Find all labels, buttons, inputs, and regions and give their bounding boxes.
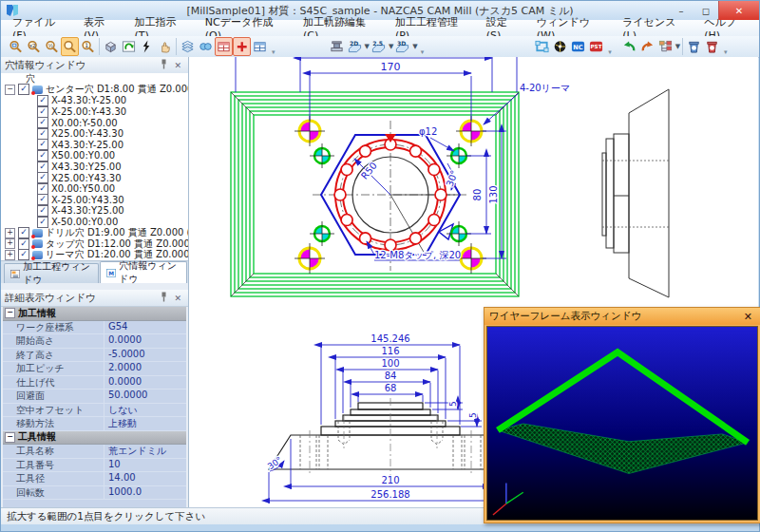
hole-table-button[interactable] [215,37,233,56]
toolbar-overflow-grip[interactable]: ▾ [608,48,612,57]
property-row[interactable]: 空中オフセットしない [3,404,186,418]
tree-row[interactable]: ✓X-43.30:Y25.00 [1,205,188,217]
machine-vice-button[interactable] [328,37,346,56]
tree-checkbox[interactable]: ✓ [37,150,48,162]
minimize-button[interactable]: – [669,1,694,20]
pin-icon[interactable] [157,59,171,71]
dropdown-arrow-icon[interactable]: ▼ [412,43,417,50]
view-3d-button[interactable]: 3D [393,37,411,56]
tree-row[interactable]: ✓X50.00:Y0.00 [1,150,188,162]
property-section-header[interactable]: −加工情報 [3,307,186,321]
tree-expander-icon[interactable]: + [5,238,15,249]
dropdown-arrow-icon[interactable]: ▼ [675,43,680,50]
wireframe-close-icon[interactable]: ✕ [741,311,755,323]
tree-checkbox[interactable]: ✓ [37,205,48,217]
hole-table-blue-button[interactable] [251,37,269,56]
section-collapse-icon[interactable]: − [5,308,15,318]
fit-flash-button[interactable] [138,37,156,56]
tree-checkbox[interactable]: ✓ [18,238,29,250]
tree-checkbox[interactable]: ✓ [18,249,29,260]
tree-checkbox[interactable]: ✓ [37,172,48,183]
rotate-view-button[interactable] [102,37,120,56]
tree-expander-icon[interactable]: − [5,85,15,95]
tree-row[interactable]: ✓X-25.00:Y43.30 [1,195,188,206]
pan-hand-button[interactable] [156,37,174,56]
tree-checkbox[interactable]: ✓ [18,227,29,238]
close-button[interactable]: ✕ [718,1,759,20]
property-section-header[interactable]: −工具情報 [3,431,186,446]
property-row[interactable]: 開始高さ0.0000 [3,334,186,349]
svg-text:1: 1 [85,42,88,48]
tool-wheel-button[interactable] [551,37,569,56]
tree-checkbox[interactable]: ✓ [37,117,48,128]
stock-frame-button[interactable] [533,37,551,56]
delete-all-button[interactable] [703,37,721,56]
zoom-window-button[interactable] [7,37,25,56]
zoom-1-button[interactable]: 1 [79,37,97,56]
property-row[interactable]: 加工ピッチ2.0000 [3,362,186,376]
tree-expander-icon[interactable]: + [5,250,15,260]
tree-row[interactable]: ✓X0.00:Y-50.00 [1,117,188,128]
hole-table-blue-icon [253,39,267,54]
tree-row[interactable]: ✓X-43.30:Y-25.00 [1,95,188,106]
property-row[interactable]: ワーク座標系G54 [3,321,186,335]
tree-checkbox[interactable]: ✓ [37,128,48,140]
tree-row[interactable]: ✓X43.30:Y25.00 [1,162,188,173]
tree-row[interactable]: ✓X-25.00:Y-43.30 [1,106,188,118]
dock-tab-1[interactable]: M穴情報ウィンドウ [100,261,187,283]
redo-button[interactable] [638,37,656,56]
side-view [602,89,669,297]
panel-close-icon[interactable]: ✕ [171,294,184,303]
tree-row[interactable]: ✓X25.00:Y43.30 [1,172,188,183]
section-collapse-icon[interactable]: − [5,432,15,443]
process-tab-icon [10,268,20,280]
process-tree-button[interactable] [656,37,674,56]
property-row[interactable]: 工具径14.00 [3,472,186,486]
dimension-label: 170 [381,61,401,73]
undo-button[interactable] [620,37,638,56]
zoom-in-button[interactable] [61,37,79,56]
wireframe-window[interactable]: ワイヤーフレーム表示ウィンドウ ✕ [484,307,760,523]
property-row[interactable]: 回転数1000.0 [3,486,186,501]
tree-checkbox[interactable]: ✓ [37,194,48,205]
delete-path-button[interactable] [685,37,703,56]
tree-checkbox[interactable]: ✓ [37,183,48,195]
tree-checkbox[interactable]: ✓ [37,162,48,173]
tree-row[interactable]: ✓X43.30:Y-25.00 [1,140,188,151]
toolbar-overflow-grip[interactable]: ▾ [272,48,276,57]
tree-expander-icon[interactable]: + [5,228,15,238]
nc-badge-button[interactable]: NC [569,37,587,56]
tree-checkbox[interactable]: ✓ [37,139,48,150]
maximize-button[interactable]: ◻ [694,1,718,20]
pin-icon[interactable] [157,292,171,304]
svg-text:NC: NC [574,44,583,51]
dock-tab-0[interactable]: 加工工程ウィンドウ [4,263,99,283]
shade-view-button[interactable] [197,37,215,56]
tree-checkbox[interactable]: ✓ [37,95,48,106]
toolbar-overflow-grip[interactable]: ▾ [724,48,728,57]
tree-checkbox[interactable]: ✓ [18,84,29,95]
tree-row[interactable]: −✓センター穴 D1:8.00 貫通 Z0.000 (x12) [1,85,188,96]
tree-row[interactable]: ✓X25.00:Y-43.30 [1,128,188,140]
property-row[interactable]: 工具名称荒エンドミル [3,445,186,459]
layers-button[interactable] [179,37,197,56]
hole-position-label: X-25.00:Y43.30 [51,195,124,205]
property-row[interactable]: 仕上げ代0.0000 [3,376,186,390]
view-2d-button[interactable]: 2D [346,37,364,56]
zoom-x2-button[interactable]: x2 [25,37,43,56]
tree-checkbox[interactable]: ✓ [37,106,48,118]
toolbar-overflow-grip[interactable]: ▾ [421,48,425,57]
panel-close-icon[interactable]: ✕ [171,61,184,70]
tree-row[interactable]: ✓X0.00:Y50.00 [1,183,188,195]
zoom-half-button[interactable]: ½ [43,37,61,56]
wireframe-viewport[interactable] [486,326,758,521]
property-row[interactable]: 移動方法上移動 [3,417,186,431]
add-hole-button[interactable] [233,37,251,56]
regen-view-button[interactable] [120,37,138,56]
view-2d-icon: 2D [348,39,362,54]
property-row[interactable]: 回避面50.0000 [3,390,186,404]
pst-badge-button[interactable]: PST [587,37,605,56]
view-25d-button[interactable]: 2.5 [370,37,388,56]
property-row[interactable]: 終了高さ-5.0000 [3,349,186,363]
property-row[interactable]: 工具番号10 [3,459,186,473]
